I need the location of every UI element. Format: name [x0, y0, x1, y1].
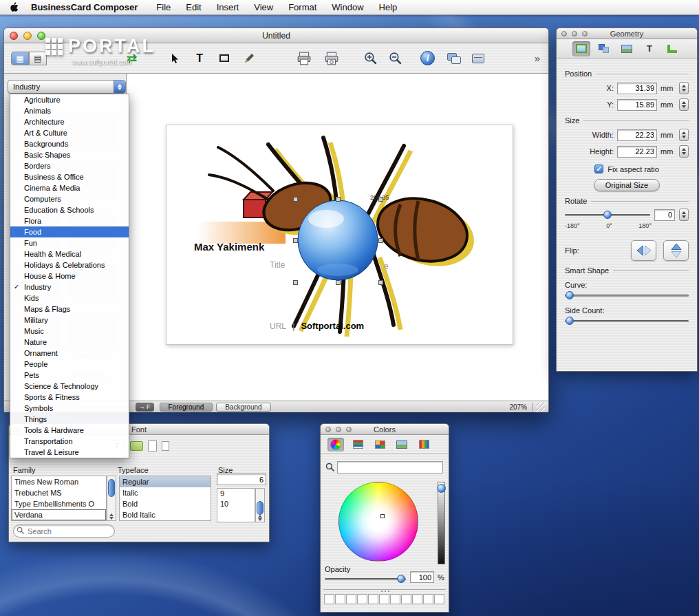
card-text-fragment[interactable]: e	[384, 262, 389, 271]
design-canvas[interactable]: Max Yakimenk Title 200 35 e URL | Softpo…	[127, 74, 548, 401]
image-tab[interactable]	[618, 41, 636, 56]
category-menu-item[interactable]: ✓ Holidays & Celebrations	[10, 259, 129, 270]
color-swatch[interactable]	[401, 594, 411, 604]
color-well-icon[interactable]	[130, 441, 143, 451]
swatch-drawer-handle[interactable]	[385, 591, 386, 592]
menu-item[interactable]: View	[246, 2, 281, 12]
category-menu-item[interactable]: ✓ Maps & Flags	[10, 304, 129, 315]
category-menu-item[interactable]: ✓ Basic Shapes	[10, 149, 129, 160]
category-menu-item[interactable]: ✓ Business & Office	[10, 171, 129, 182]
current-color-well[interactable]	[337, 461, 443, 474]
business-card[interactable]: Max Yakimenk Title 200 35 e URL | Softpo…	[166, 125, 513, 345]
category-menu-item[interactable]: ✓ Animals	[10, 105, 129, 116]
flip-horizontal-button[interactable]	[631, 240, 656, 261]
page-icon-small[interactable]	[162, 441, 169, 451]
x-stepper[interactable]	[679, 82, 689, 94]
category-menu-item[interactable]: ✓ Military	[10, 315, 129, 326]
print-setup-button[interactable]	[323, 50, 341, 67]
color-swatch[interactable]	[423, 594, 433, 604]
typeface-item[interactable]: Bold	[120, 498, 211, 509]
color-swatch[interactable]	[324, 594, 334, 604]
color-palettes-tab[interactable]	[372, 438, 388, 452]
list-view-button[interactable]: ▤	[29, 52, 47, 65]
draw-tool-button[interactable]	[240, 50, 258, 67]
inspector-button[interactable]: i	[420, 51, 435, 65]
category-menu-item[interactable]: ✓ Ornament	[10, 348, 129, 359]
color-swatch[interactable]	[390, 594, 400, 604]
typeface-item[interactable]: Regular	[120, 476, 211, 487]
layer-tab[interactable]: Background	[216, 403, 270, 412]
text-tab[interactable]: T	[641, 41, 658, 56]
category-menu-item[interactable]: ✓ Transportation	[10, 436, 129, 447]
category-menu-item[interactable]: ✓ Education & Schools	[10, 204, 129, 215]
opacity-input[interactable]	[410, 571, 434, 583]
category-menu-item[interactable]: ✓ Health & Medical	[10, 248, 129, 259]
color-swatch[interactable]	[368, 594, 378, 604]
width-stepper[interactable]	[679, 129, 689, 141]
category-menu-item[interactable]: ✓ Flora	[10, 215, 129, 226]
font-family-item[interactable]: Verdana	[12, 509, 106, 520]
category-menu-item[interactable]: ✓ Cinema & Media	[10, 182, 129, 193]
font-family-item[interactable]: Times New Roman	[12, 476, 106, 487]
rotate-input[interactable]	[654, 209, 675, 221]
crayons-tab[interactable]	[416, 438, 432, 452]
alignment-tab[interactable]	[663, 41, 681, 56]
select-tool-button[interactable]	[166, 50, 184, 67]
page-icon[interactable]	[148, 440, 157, 452]
color-swatch[interactable]	[346, 594, 356, 604]
selection-handle[interactable]	[293, 238, 298, 243]
color-swatch[interactable]	[335, 594, 345, 604]
main-titlebar[interactable]: Untitled	[4, 28, 548, 43]
category-menu-item[interactable]: ✓ Symbols	[10, 403, 129, 414]
category-menu-item[interactable]: ✓ Fun	[10, 237, 129, 248]
category-menu-item[interactable]: ✓ Art & Culture	[10, 127, 129, 138]
menu-item[interactable]: Insert	[209, 2, 247, 12]
font-size-item[interactable]: 9	[217, 489, 255, 499]
opacity-slider[interactable]	[325, 574, 406, 584]
colors-titlebar[interactable]: Colors	[321, 424, 449, 435]
geometry-tab[interactable]	[572, 41, 590, 56]
color-swatch[interactable]	[412, 594, 422, 604]
height-stepper[interactable]	[679, 145, 689, 158]
card-name-text[interactable]: Max Yakimenk	[194, 241, 264, 253]
toolbar-overflow-chevron[interactable]: »	[535, 52, 540, 64]
y-stepper[interactable]	[679, 98, 689, 111]
layer-tab[interactable]: Foreground	[160, 403, 213, 412]
selection-handle[interactable]	[293, 197, 298, 202]
foreground-page-button[interactable]: → F	[136, 403, 154, 412]
brightness-slider[interactable]	[438, 482, 445, 564]
selection-handle[interactable]	[378, 238, 383, 243]
category-menu-item[interactable]: ✓ Industry	[10, 282, 129, 293]
category-menu-item[interactable]: ✓ Tools & Hardware	[10, 425, 129, 436]
geometry-titlebar[interactable]: Geometry	[557, 28, 697, 39]
menu-item[interactable]: File	[149, 2, 178, 12]
selection-handle[interactable]	[378, 280, 383, 285]
resize-grip[interactable]	[536, 403, 545, 412]
color-swatch[interactable]	[357, 594, 367, 604]
magnifier-icon[interactable]	[325, 463, 334, 471]
sphere-object[interactable]	[298, 200, 378, 280]
image-palettes-tab[interactable]	[394, 438, 410, 452]
rotate-stepper[interactable]	[679, 209, 689, 221]
style-tab[interactable]	[595, 41, 613, 56]
collections-button[interactable]	[447, 53, 461, 64]
selection-handle[interactable]	[336, 280, 341, 285]
color-sliders-tab[interactable]	[350, 438, 366, 452]
flip-vertical-button[interactable]	[663, 240, 689, 261]
y-position-input[interactable]	[617, 99, 657, 111]
category-menu-item[interactable]: ✓ People	[10, 359, 129, 370]
library-button[interactable]	[472, 54, 484, 63]
height-input[interactable]	[617, 146, 657, 158]
zoom-out-button[interactable]	[386, 50, 404, 67]
category-menu-item[interactable]: ✓ Nature	[10, 337, 129, 348]
font-size-item[interactable]: 10	[217, 499, 255, 509]
typeface-item[interactable]: Bold Italic	[120, 509, 211, 520]
print-button[interactable]	[295, 50, 313, 67]
category-menu-item[interactable]: ✓ Backgrounds	[10, 138, 129, 149]
category-menu-item[interactable]: ✓ Sports & Fitness	[10, 392, 129, 403]
menu-item[interactable]: Format	[281, 2, 324, 12]
category-menu-item[interactable]: ✓ Agriculture	[10, 94, 129, 105]
selection-handle[interactable]	[293, 280, 298, 285]
zoom-in-button[interactable]	[361, 50, 379, 67]
color-swatch[interactable]	[434, 594, 444, 604]
